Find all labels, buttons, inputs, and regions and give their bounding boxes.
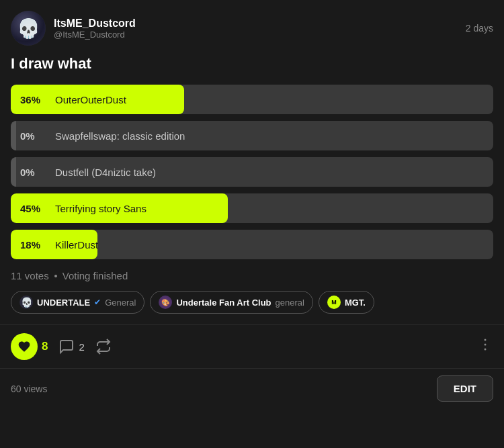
- poll-option[interactable]: 45% Terrifying story Sans: [11, 193, 493, 223]
- tag-channel: General: [105, 298, 136, 308]
- poll-option[interactable]: 36% OuterOuterDust: [11, 85, 493, 114]
- like-action[interactable]: 8: [11, 333, 48, 360]
- poll-percent: 18%: [20, 239, 46, 251]
- poll-percent: 36%: [20, 94, 46, 105]
- edit-button[interactable]: EDIT: [437, 375, 493, 402]
- verified-icon: ✔: [94, 298, 101, 307]
- avatar[interactable]: 💀: [11, 11, 46, 46]
- poll-option[interactable]: 0% Swapfellswap: classic edition: [11, 121, 493, 150]
- tag-channel: general: [276, 298, 304, 308]
- poll-percent: 0%: [20, 130, 46, 142]
- tag-name: MGT.: [345, 298, 366, 308]
- svg-point-1: [485, 344, 487, 346]
- poll-content: 45% Terrifying story Sans: [11, 193, 493, 223]
- more-icon: [477, 337, 493, 353]
- tags-row: 💀 UNDERTALE ✔ General 🎨 Undertale Fan Ar…: [11, 291, 493, 314]
- user-info: ItsME_Dustcord @ItsME_Dustcord: [54, 17, 136, 40]
- more-button[interactable]: [477, 337, 493, 357]
- like-button[interactable]: [11, 333, 38, 360]
- share-action[interactable]: [95, 339, 112, 355]
- vote-info: 11 votes Voting finished: [11, 270, 493, 281]
- poll-label: Dustfell (D4niztic take): [55, 167, 156, 178]
- svg-point-0: [485, 339, 487, 341]
- undertale-tag-icon: 💀: [19, 296, 33, 309]
- tag-name: UNDERTALE: [37, 298, 90, 308]
- tag-fan-art-club[interactable]: 🎨 Undertale Fan Art Club general: [150, 291, 312, 314]
- poll-label: Terrifying story Sans: [55, 203, 146, 214]
- tag-undertale[interactable]: 💀 UNDERTALE ✔ General: [11, 291, 144, 314]
- poll-content: 18% KillerDust: [11, 230, 493, 259]
- poll-percent: 45%: [20, 203, 46, 214]
- poll-label: OuterOuterDust: [55, 94, 126, 105]
- user-handle[interactable]: @ItsME_Dustcord: [54, 30, 136, 40]
- comment-action[interactable]: 2: [58, 339, 84, 355]
- voting-status: Voting finished: [62, 270, 128, 281]
- poll-option[interactable]: 0% Dustfell (D4niztic take): [11, 157, 493, 187]
- vote-count: 11 votes: [11, 270, 49, 281]
- poll-option[interactable]: 18% KillerDust: [11, 230, 493, 259]
- poll-content: 36% OuterOuterDust: [11, 85, 493, 114]
- poll-percent: 0%: [20, 167, 46, 178]
- avatar-image: 💀: [11, 11, 46, 46]
- poll-options: 36% OuterOuterDust 0% Swapfellswap: clas…: [11, 85, 493, 259]
- poll-content: 0% Dustfell (D4niztic take): [11, 157, 493, 187]
- heart-icon: [17, 340, 31, 353]
- post-footer: 60 views EDIT: [0, 368, 504, 408]
- poll-label: Swapfellswap: classic edition: [55, 130, 185, 142]
- like-count: 8: [42, 340, 48, 353]
- post-container: 💀 ItsME_Dustcord @ItsME_Dustcord 2 days …: [0, 0, 504, 314]
- post-timestamp: 2 days: [466, 23, 493, 34]
- vote-separator: [54, 275, 57, 277]
- poll-label: KillerDust: [55, 239, 98, 251]
- tag-name: Undertale Fan Art Club: [176, 298, 271, 308]
- views-count: 60 views: [11, 384, 47, 394]
- mgt-tag-icon: M: [327, 296, 341, 309]
- fan-art-tag-icon: 🎨: [159, 296, 172, 309]
- comment-count: 2: [79, 341, 84, 353]
- post-header: 💀 ItsME_Dustcord @ItsME_Dustcord 2 days: [11, 11, 493, 46]
- poll-content: 0% Swapfellswap: classic edition: [11, 121, 493, 150]
- actions-row: 8 2: [0, 324, 504, 368]
- share-icon: [95, 339, 112, 355]
- post-title: I draw what: [11, 55, 493, 73]
- username[interactable]: ItsME_Dustcord: [54, 17, 136, 30]
- comment-icon: [58, 339, 75, 355]
- svg-point-2: [485, 349, 487, 351]
- tag-mgt[interactable]: M MGT.: [319, 291, 374, 314]
- user-info-section: 💀 ItsME_Dustcord @ItsME_Dustcord: [11, 11, 136, 46]
